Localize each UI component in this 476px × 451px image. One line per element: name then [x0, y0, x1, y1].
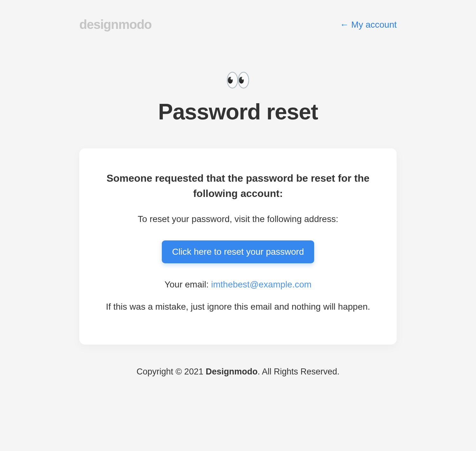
copyright-prefix: Copyright © 2021 — [136, 367, 206, 376]
email-label: Your email: — [164, 279, 211, 289]
page-title: Password reset — [79, 99, 397, 125]
email-line: Your email: imthebest@example.com — [98, 278, 378, 291]
footer: Copyright © 2021 Designmodo. All Rights … — [79, 367, 397, 396]
card-heading: Someone requested that the password be r… — [98, 171, 378, 201]
brand-logo: designmodo — [79, 17, 152, 32]
hero-section: 👀 Password reset — [79, 70, 397, 125]
copyright-suffix: . All Rights Reserved. — [258, 367, 340, 376]
header: designmodo ← My account — [79, 0, 397, 32]
content-card: Someone requested that the password be r… — [79, 148, 397, 345]
my-account-link[interactable]: ← My account — [340, 20, 397, 30]
reset-password-button[interactable]: Click here to reset your password — [162, 240, 314, 263]
email-link[interactable]: imthebest@example.com — [211, 279, 311, 289]
eyes-icon: 👀 — [79, 70, 397, 90]
mistake-note: If this was a mistake, just ignore this … — [98, 300, 378, 313]
footer-brand: Designmodo — [206, 367, 258, 376]
instruction-text: To reset your password, visit the follow… — [98, 212, 378, 226]
